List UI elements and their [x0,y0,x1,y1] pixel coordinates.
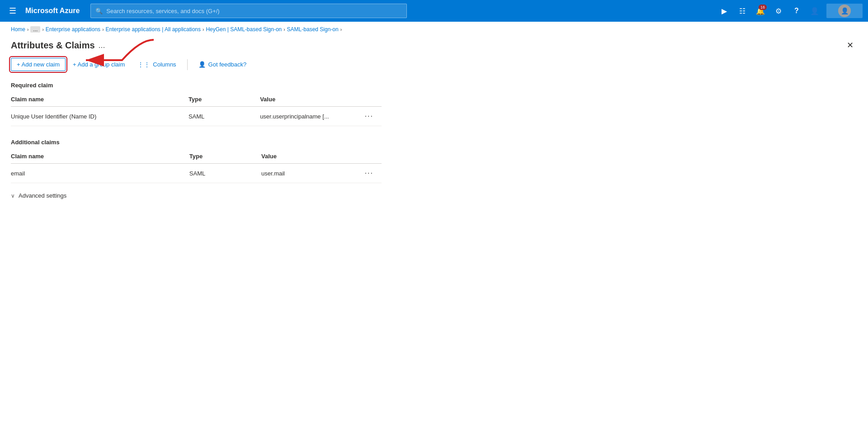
additional-claim-ellipsis-0[interactable]: ··· [362,168,376,178]
additional-claim-value-0: user.mail [261,164,362,183]
close-button[interactable]: ✕ [843,38,857,52]
close-icon: ✕ [847,40,854,50]
settings-icon: ⚙ [775,7,782,15]
breadcrumb-sep-6: › [340,27,342,32]
additional-claim-name-0: email [11,164,189,183]
topbar-icons: ▶ ☷ 🔔 16 ⚙ ? 👤 👤 [716,3,863,19]
required-claim-type-0: SAML [189,107,260,126]
breadcrumb-sep-4: › [203,27,204,32]
feedback-button[interactable]: 👤 Got feedback? [193,58,252,71]
notification-badge: 16 [759,5,767,10]
search-box[interactable]: 🔍 Search resources, services, and docs (… [90,4,407,18]
additional-col-actions [362,149,382,164]
required-claims-header-row: Claim name Type Value [11,92,382,107]
chevron-down-icon: ∨ [11,193,15,199]
toolbar-divider [187,59,188,70]
required-claims-title: Required claim [11,76,857,92]
avatar-icon: 👤 [841,7,849,14]
topbar: ☰ Microsoft Azure 🔍 Search resources, se… [0,0,868,22]
settings-button[interactable]: ⚙ [770,3,787,19]
required-claims-table: Claim name Type Value Unique User Identi… [11,92,382,126]
columns-icon: ⋮⋮ [137,61,150,68]
breadcrumb-sep-2: › [42,27,43,32]
breadcrumb-home[interactable]: Home [11,26,25,33]
hamburger-button[interactable]: ☰ [5,4,20,18]
page-options-button[interactable]: ... [99,41,105,50]
breadcrumb-enterprise-apps[interactable]: Enterprise applications [46,26,100,33]
help-button[interactable]: ? [788,3,805,19]
breadcrumb-sep-1: › [27,27,28,32]
portal-menu-button[interactable]: ☷ [734,3,750,19]
breadcrumb-sep-5: › [283,27,285,32]
feedback-button[interactable]: 👤 [807,3,823,19]
cloud-shell-button[interactable]: ▶ [716,3,732,19]
breadcrumb-heygen[interactable]: HeyGen | SAML-based Sign-on [206,26,282,33]
page-title: Attributes & Claims [11,40,95,51]
avatar: 👤 [838,5,851,17]
search-placeholder: Search resources, services, and docs (G+… [106,8,219,14]
advanced-settings-label: Advanced settings [19,192,66,199]
breadcrumb: Home › ... › Enterprise applications › E… [0,22,868,34]
user-avatar-area[interactable]: 👤 [826,4,863,18]
feedback-icon: 👤 [810,7,819,15]
additional-col-claim-name: Claim name [11,149,189,164]
cloud-shell-icon: ▶ [722,7,727,15]
required-col-type: Type [189,92,260,107]
additional-claims-table: Claim name Type Value email SAML user.ma… [11,149,382,183]
additional-col-value: Value [261,149,362,164]
add-group-claim-button[interactable]: + Add a group claim [67,58,130,71]
hamburger-icon: ☰ [9,6,16,16]
breadcrumb-tenant[interactable]: ... [30,26,40,33]
required-claim-name-0: Unique User Identifier (Name ID) [11,107,189,126]
notifications-button[interactable]: 🔔 16 [752,3,769,19]
additional-col-type: Type [189,149,261,164]
toolbar: + Add new claim + Add a group claim ⋮⋮ C… [0,52,868,76]
advanced-settings-toggle[interactable]: ∨ Advanced settings [11,192,857,199]
search-icon: 🔍 [95,8,103,14]
add-new-claim-button[interactable]: + Add new claim [11,58,66,71]
required-col-claim-name: Claim name [11,92,189,107]
required-claim-ellipsis-0[interactable]: ··· [362,111,376,121]
required-claim-row-0: Unique User Identifier (Name ID) SAML us… [11,107,382,126]
additional-claim-type-0: SAML [189,164,261,183]
required-claim-actions-0: ··· [362,107,382,126]
additional-claim-actions-0: ··· [362,164,382,183]
breadcrumb-all-apps[interactable]: Enterprise applications | All applicatio… [105,26,201,33]
app-logo: Microsoft Azure [25,7,80,15]
breadcrumb-sep-3: › [102,27,104,32]
required-col-value: Value [260,92,362,107]
feedback-person-icon: 👤 [198,61,206,68]
portal-menu-icon: ☷ [739,7,745,15]
additional-claim-row-0: email SAML user.mail ··· [11,164,382,183]
required-col-actions [362,92,382,107]
columns-button[interactable]: ⋮⋮ Columns [132,58,181,71]
main-content: Required claim Claim name Type Value Uni… [0,76,868,199]
page-header: Attributes & Claims ... ✕ [0,34,868,52]
additional-claims-header-row: Claim name Type Value [11,149,382,164]
help-icon: ? [794,7,799,15]
required-claim-value-0: user.userprincipalname [... [260,107,362,126]
breadcrumb-saml[interactable]: SAML-based Sign-on [287,26,339,33]
additional-claims-title: Additional claims [11,133,857,149]
